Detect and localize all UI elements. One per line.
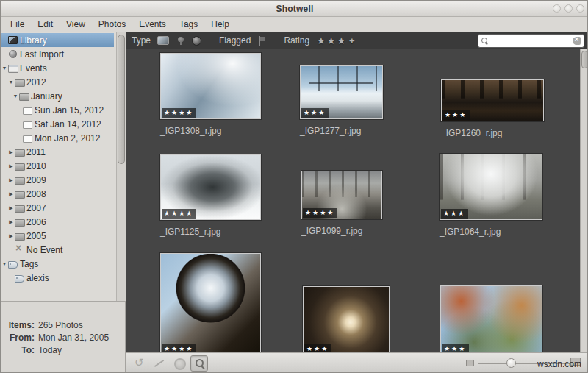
- menu-help[interactable]: Help: [204, 18, 236, 31]
- window-close-icon[interactable]: [576, 4, 584, 13]
- thumbnail-size-slider-thumb[interactable]: [506, 358, 516, 368]
- sidebar-item-2010[interactable]: ▶2010: [1, 159, 114, 173]
- photo-thumbnail[interactable]: ★★★: [440, 285, 542, 352]
- menu-file[interactable]: File: [4, 18, 31, 31]
- photo-thumbnail[interactable]: ★★★: [440, 154, 542, 220]
- find-button[interactable]: [190, 355, 208, 372]
- rating-filter[interactable]: Rating ★★★ +: [284, 35, 354, 46]
- flag-icon[interactable]: [257, 36, 266, 46]
- expander-right-icon[interactable]: ▶: [7, 177, 15, 183]
- expander-right-icon[interactable]: ▶: [7, 233, 15, 239]
- sidebar-item-2006[interactable]: ▶2006: [1, 215, 114, 229]
- zoom-out-thumbnail-icon[interactable]: [466, 360, 474, 366]
- rotate-button[interactable]: [131, 355, 148, 372]
- expander-down-icon[interactable]: ▼: [7, 79, 15, 85]
- status-row: Items:265 Photos: [1, 319, 125, 332]
- rating-stars-overlay: ★★★: [441, 209, 468, 219]
- sidebar-item-library[interactable]: Library: [1, 33, 114, 47]
- photo-thumbnail[interactable]: ★★★★: [301, 171, 382, 219]
- photo-cell[interactable]: ★★★★_IGP1125_r.jpg: [160, 154, 261, 237]
- event-icon: [23, 119, 32, 129]
- sidebar-item-alexis[interactable]: alexis: [1, 271, 114, 285]
- search-clear-icon[interactable]: [573, 37, 581, 45]
- menu-events[interactable]: Events: [132, 18, 173, 31]
- window-maximize-icon[interactable]: [564, 4, 573, 13]
- expander-down-icon[interactable]: ▼: [12, 93, 19, 99]
- events-calendar-icon: [8, 63, 18, 73]
- photo-cell[interactable]: ★★★★: [160, 253, 261, 352]
- expander-right-icon[interactable]: ▶: [7, 219, 15, 225]
- photo-cell[interactable]: ★★★: [303, 286, 390, 352]
- search-input[interactable]: [488, 36, 573, 45]
- main-scrollbar-thumb[interactable]: [581, 51, 588, 68]
- flagged-filter-label: Flagged: [219, 35, 251, 46]
- menu-edit[interactable]: Edit: [31, 18, 60, 31]
- photo-cell[interactable]: ★★★★_IGP1308_r.jpg: [160, 53, 261, 136]
- expander-right-icon[interactable]: ▶: [7, 191, 15, 197]
- photo-thumbnail[interactable]: ★★★: [300, 65, 383, 119]
- menu-view[interactable]: View: [60, 18, 92, 31]
- photo-thumbnail[interactable]: ★★★★: [160, 154, 261, 220]
- photo-thumbnail[interactable]: ★★★★: [160, 253, 261, 352]
- sidebar-item-2012[interactable]: ▼2012: [1, 75, 114, 89]
- menubar: FileEditViewPhotosEventsTagsHelp: [1, 17, 588, 32]
- sidebar-item-label: Last Import: [20, 49, 64, 60]
- photo-cell[interactable]: ★★★_IGP1260_r.jpg: [441, 79, 544, 138]
- expander-right-icon[interactable]: ▶: [7, 149, 15, 155]
- photo-cell[interactable]: ★★★_IGP1064_r.jpg: [440, 154, 542, 237]
- sidebar-item-label: 2005: [26, 231, 46, 241]
- sidebar-item-last-import[interactable]: Last Import: [1, 47, 114, 61]
- sidebar-item-2007[interactable]: ▶2007: [1, 201, 114, 215]
- window-controls: [553, 4, 584, 13]
- sidebar-item-mon-jan-2-2012[interactable]: Mon Jan 2, 2012: [1, 131, 114, 145]
- sidebar-item-sun-jan-15-2012[interactable]: Sun Jan 15, 2012: [1, 103, 114, 117]
- sidebar-item-2009[interactable]: ▶2009: [1, 173, 114, 187]
- type-raw-filter-icon[interactable]: [176, 36, 185, 46]
- sidebar-item-label: Tags: [20, 259, 38, 269]
- menu-tags[interactable]: Tags: [173, 18, 204, 31]
- type-videos-filter-icon[interactable]: [192, 36, 201, 46]
- sidebar-item-label: 2009: [26, 175, 46, 185]
- sidebar-item-label: January: [31, 91, 62, 102]
- expander-right-icon[interactable]: ▶: [7, 163, 15, 169]
- sidebar-item-2011[interactable]: ▶2011: [1, 145, 114, 159]
- window-minimize-icon[interactable]: [553, 4, 561, 13]
- type-photos-filter-icon[interactable]: [157, 36, 169, 45]
- sidebar-scrollbar-thumb[interactable]: [118, 35, 125, 164]
- sidebar-item-label: 2007: [26, 203, 46, 213]
- photo-cell[interactable]: ★★★: [440, 285, 542, 352]
- sidebar-scrollbar[interactable]: [116, 32, 126, 301]
- sidebar-item-no-event[interactable]: No Event: [1, 243, 114, 257]
- expander-down-icon[interactable]: ▼: [1, 261, 8, 266]
- photo-cell[interactable]: ★★★_IGP1277_r.jpg: [300, 65, 383, 136]
- sidebar-item-events[interactable]: ▼Events: [1, 61, 114, 75]
- enhance-button[interactable]: [171, 355, 188, 372]
- photo-filename: _IGP1308_r.jpg: [160, 126, 261, 136]
- sidebar-item-tags[interactable]: ▼Tags: [1, 257, 114, 271]
- rating-filter-stars[interactable]: ★★★: [317, 35, 347, 46]
- menu-photos[interactable]: Photos: [92, 18, 132, 31]
- photo-thumbnail[interactable]: ★★★★: [160, 53, 261, 119]
- photo-thumbnail[interactable]: ★★★: [303, 286, 390, 352]
- straighten-button[interactable]: [151, 355, 168, 372]
- expander-down-icon[interactable]: ▼: [1, 65, 8, 71]
- event-folder-icon: [15, 189, 24, 199]
- sidebar-item-january[interactable]: ▼January: [1, 89, 114, 103]
- status-value: Today: [38, 344, 62, 357]
- library-photo-icon: [8, 35, 18, 45]
- photo-thumbnail[interactable]: ★★★: [441, 79, 544, 121]
- flagged-filter[interactable]: Flagged: [219, 35, 266, 46]
- sidebar-item-2008[interactable]: ▶2008: [1, 187, 114, 201]
- expander-right-icon[interactable]: ▶: [7, 205, 15, 211]
- main-scrollbar[interactable]: [580, 49, 588, 352]
- search-box[interactable]: [478, 34, 584, 48]
- photo-cell[interactable]: ★★★★_IGP1099_r.jpg: [301, 171, 382, 236]
- rating-stars-overlay: ★★★★: [162, 344, 196, 352]
- sidebar-item-sat-jan-14-2012[interactable]: Sat Jan 14, 2012: [1, 117, 114, 131]
- rating-filter-plus[interactable]: +: [349, 35, 355, 46]
- rating-stars-overlay: ★★★: [301, 108, 329, 118]
- sidebar-item-label: Sun Jan 15, 2012: [35, 105, 104, 116]
- rating-filter-label: Rating: [284, 35, 309, 46]
- sidebar-item-2005[interactable]: ▶2005: [1, 229, 114, 243]
- status-row: To:Today: [1, 344, 125, 357]
